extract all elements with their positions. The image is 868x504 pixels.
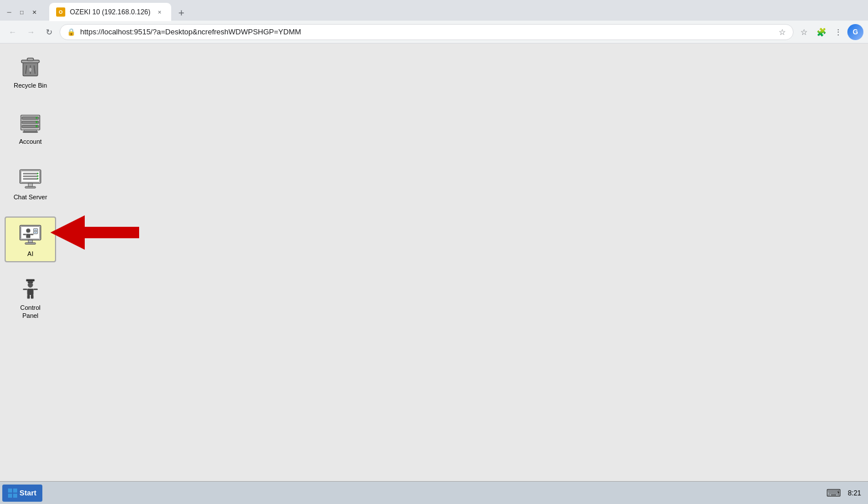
desktop-icon-ai[interactable]: AI <box>5 216 56 262</box>
more-button[interactable]: ⋮ <box>830 24 846 40</box>
bookmark-star-icon[interactable]: ☆ <box>779 27 786 37</box>
back-button[interactable]: ← <box>5 24 21 40</box>
svg-rect-46 <box>31 295 34 298</box>
svg-rect-39 <box>26 279 35 282</box>
taskbar: Start ⌨ 8:21 <box>0 481 868 504</box>
maximize-button[interactable]: □ <box>17 7 26 17</box>
address-text: https://localhost:9515/?a=Desktop&ncrefr… <box>80 27 774 36</box>
recycle-bin-label: Recycle Bin <box>14 81 47 89</box>
desktop-icon-account[interactable]: Account <box>5 105 56 149</box>
svg-rect-44 <box>34 289 38 290</box>
svg-point-23 <box>37 172 38 174</box>
svg-point-41 <box>27 282 33 288</box>
svg-rect-45 <box>27 295 30 298</box>
ai-label: AI <box>27 250 33 258</box>
window-controls: ─ □ ✕ <box>5 7 39 17</box>
svg-rect-31 <box>30 234 34 235</box>
tab-bar: O OZEKI 10 (192.168.0.126) × + <box>45 3 194 21</box>
recycle-bin-icon <box>17 53 44 80</box>
forward-button[interactable]: → <box>23 24 39 40</box>
svg-point-10 <box>35 117 38 119</box>
ai-icon <box>17 221 44 249</box>
control-panel-icon <box>17 275 44 302</box>
desktop-icon-control-panel[interactable]: ControlPanel <box>5 271 56 324</box>
start-label: Start <box>19 489 37 497</box>
svg-rect-14 <box>23 132 38 133</box>
new-tab-button[interactable]: + <box>173 5 190 21</box>
svg-point-12 <box>35 125 38 128</box>
tab-favicon: O <box>56 7 65 17</box>
svg-rect-47 <box>8 489 12 493</box>
svg-point-25 <box>37 178 38 180</box>
account-icon <box>17 109 44 136</box>
svg-rect-36 <box>28 240 32 243</box>
svg-rect-43 <box>23 289 27 290</box>
start-button[interactable]: Start <box>2 485 42 502</box>
svg-rect-29 <box>26 234 30 238</box>
svg-point-11 <box>35 121 38 123</box>
desktop-icon-recycle-bin[interactable]: Recycle Bin <box>5 49 56 93</box>
svg-point-24 <box>37 175 38 177</box>
svg-rect-22 <box>25 187 35 188</box>
address-bar[interactable]: 🔒 https://localhost:9515/?a=Desktop&ncre… <box>60 24 794 40</box>
svg-point-28 <box>26 229 30 233</box>
svg-rect-50 <box>13 494 17 498</box>
red-arrow-indicator <box>50 212 139 253</box>
svg-rect-48 <box>13 489 17 493</box>
chat-server-label: Chat Server <box>14 193 48 201</box>
svg-rect-42 <box>27 289 34 295</box>
control-panel-label: ControlPanel <box>20 304 40 320</box>
active-tab[interactable]: O OZEKI 10 (192.168.0.126) × <box>49 3 171 21</box>
lock-icon: 🔒 <box>67 28 76 36</box>
desktop-icon-chat-server[interactable]: Chat Server <box>5 161 56 204</box>
tab-close-button[interactable]: × <box>155 7 164 17</box>
svg-rect-2 <box>27 58 34 61</box>
svg-rect-49 <box>8 494 12 498</box>
taskbar-clock: 8:21 <box>843 487 866 499</box>
svg-point-35 <box>35 230 36 231</box>
svg-rect-18 <box>23 173 38 175</box>
title-bar: ─ □ ✕ O OZEKI 10 (192.168.0.126) × + <box>0 0 868 21</box>
toolbar-right: ☆ 🧩 ⋮ G <box>796 24 863 40</box>
desktop: Recycle Bin <box>0 44 868 481</box>
extensions-button[interactable]: 🧩 <box>813 24 829 40</box>
svg-rect-20 <box>23 178 38 180</box>
svg-marker-38 <box>50 215 139 250</box>
clock-time: 8:21 <box>848 489 861 497</box>
browser-chrome: ─ □ ✕ O OZEKI 10 (192.168.0.126) × + ← →… <box>0 0 868 44</box>
main-content: Recycle Bin <box>0 44 868 481</box>
keyboard-icon: ⌨ <box>826 487 841 499</box>
toolbar: ← → ↻ 🔒 https://localhost:9515/?a=Deskto… <box>0 21 868 44</box>
chat-server-icon <box>17 164 44 192</box>
close-button[interactable]: ✕ <box>30 7 39 17</box>
svg-rect-19 <box>23 175 38 177</box>
svg-rect-37 <box>25 243 35 245</box>
svg-rect-30 <box>23 234 26 235</box>
svg-rect-21 <box>28 183 32 187</box>
reload-button[interactable]: ↻ <box>41 24 57 40</box>
bookmark-button[interactable]: ☆ <box>796 24 812 40</box>
profile-icon[interactable]: G <box>847 24 863 40</box>
account-label: Account <box>19 137 42 145</box>
tab-title: OZEKI 10 (192.168.0.126) <box>70 8 151 16</box>
windows-icon <box>8 489 17 498</box>
minimize-button[interactable]: ─ <box>5 7 14 17</box>
